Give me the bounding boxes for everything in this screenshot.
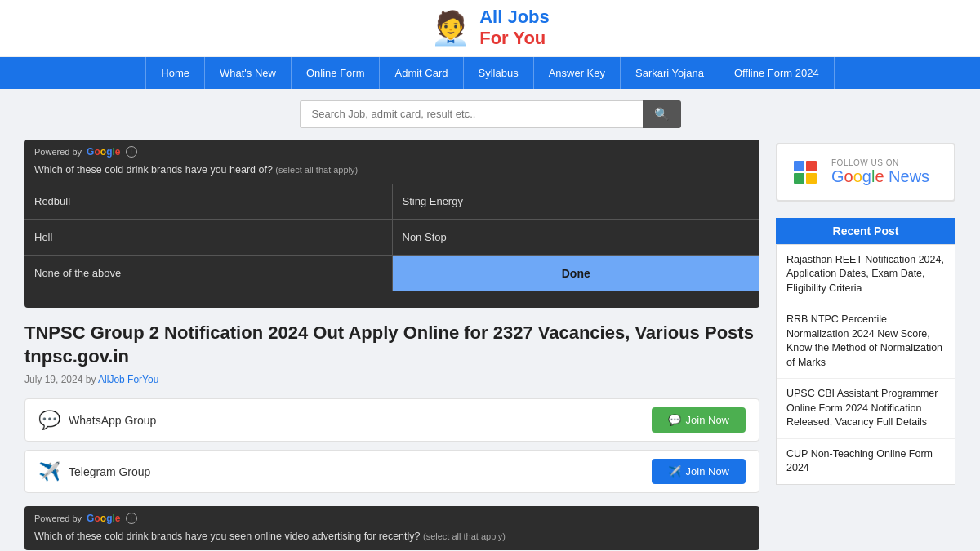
survey-footer [24,291,760,308]
telegram-label: Telegram Group [69,465,150,478]
survey-option-nonstop[interactable]: Non Stop [393,220,760,255]
survey-widget-2: Powered by Google i Which of these cold … [24,506,760,550]
logo-text: All Jobs For You [479,7,550,50]
survey-option-redbull[interactable]: Redbull [24,184,392,219]
gnews-follow-on: FOLLOW US ON [831,158,929,167]
page-layout: Powered by Google i Which of these cold … [16,140,964,550]
gnews-text: FOLLOW US ON Google News [831,158,929,186]
main-nav: Home What's New Online Form Admit Card S… [0,57,980,89]
whatsapp-icon: 💬 [38,410,60,431]
select-note: (select all that apply) [275,165,358,175]
survey-option-sting[interactable]: Sting Energy [393,184,760,219]
nav-sarkari[interactable]: Sarkari Yojana [621,57,719,89]
site-logo: 🧑‍💼 All Jobs For You [430,7,550,50]
nav-offline-form[interactable]: Offline Form 2024 [719,57,835,89]
recent-post-item-1[interactable]: Rajasthan REET Notification 2024, Applic… [777,245,955,305]
survey2-google-logo: Google [87,513,120,524]
sq4 [806,173,817,184]
survey-options-grid: Redbull Sting Energy Hell Non Stop None … [24,184,760,291]
survey2-powered: Powered by Google i [24,506,760,529]
telegram-left: ✈️ Telegram Group [38,461,150,482]
gnews-news: News [889,167,929,185]
logo-line1: All Jobs [479,7,550,28]
search-bar: 🔍 [0,89,980,140]
telegram-btn-label: Join Now [686,465,729,478]
nav-answer-key[interactable]: Answer Key [534,57,621,89]
nav-online-form[interactable]: Online Form [292,57,381,89]
survey-done-button[interactable]: Done [393,256,760,291]
nav-whats-new[interactable]: What's New [205,57,292,89]
whatsapp-join-box: 💬 WhatsApp Group 💬 Join Now [24,398,760,442]
google-logo: Google [87,146,120,158]
search-input[interactable] [300,100,643,128]
survey2-info-icon[interactable]: i [126,513,137,524]
nav-home[interactable]: Home [145,57,205,89]
main-content: Powered by Google i Which of these cold … [24,140,760,550]
search-button[interactable]: 🔍 [643,100,681,128]
whatsapp-btn-icon: 💬 [668,414,681,426]
survey2-question: Which of these cold drink brands have yo… [24,529,760,550]
sq1 [794,161,804,171]
survey-question: Which of these cold drink brands have yo… [24,162,760,184]
whatsapp-left: 💬 WhatsApp Group [38,410,156,431]
article-author[interactable]: AllJob ForYou [98,374,158,385]
nav-syllabus[interactable]: Syllabus [464,57,534,89]
whatsapp-btn-label: Join Now [686,414,729,426]
logo-line2: For You [479,28,550,49]
gnews-label: Google News [831,167,929,186]
info-icon[interactable]: i [126,146,137,158]
survey2-powered-text: Powered by [34,513,82,523]
article-by: by [86,374,98,385]
whatsapp-label: WhatsApp Group [69,414,156,427]
survey-powered: Powered by Google i [24,140,760,162]
gnews-logo-squares [794,161,817,184]
survey-option-none[interactable]: None of the above [24,256,392,291]
nav-admit-card[interactable]: Admit Card [380,57,463,89]
telegram-join-button[interactable]: ✈️ Join Now [652,459,746,484]
recent-post-item-2[interactable]: RRB NTPC Percentile Normalization 2024 N… [777,304,955,379]
whatsapp-join-button[interactable]: 💬 Join Now [652,407,746,433]
article-meta: July 19, 2024 by AllJob ForYou [24,374,760,385]
recent-post-list: Rajasthan REET Notification 2024, Applic… [776,244,956,485]
sidebar: FOLLOW US ON Google News Recent Post Raj… [776,140,956,550]
logo-emoji: 🧑‍💼 [430,9,471,47]
telegram-join-box: ✈️ Telegram Group ✈️ Join Now [24,450,760,493]
telegram-btn-icon: ✈️ [668,465,681,478]
telegram-icon: ✈️ [38,461,60,482]
recent-post-item-4[interactable]: CUP Non-Teaching Online Form 2024 [777,439,955,484]
survey2-select-note: (select all that apply) [423,531,506,541]
google-news-box[interactable]: FOLLOW US ON Google News [776,143,956,202]
survey-option-hell[interactable]: Hell [24,220,392,255]
sq2 [806,161,817,171]
gnews-logo [789,156,822,189]
article-title: TNPSC Group 2 Notification 2024 Out Appl… [24,321,760,369]
article-date: July 19, 2024 [24,374,82,385]
recent-post-header: Recent Post [776,218,956,244]
survey-widget-1: Powered by Google i Which of these cold … [24,140,760,308]
sq3 [794,173,804,184]
recent-post-item-3[interactable]: UPSC CBI Assistant Programmer Online For… [777,379,955,439]
site-header: 🧑‍💼 All Jobs For You [0,0,980,57]
powered-by-text: Powered by [34,147,82,157]
